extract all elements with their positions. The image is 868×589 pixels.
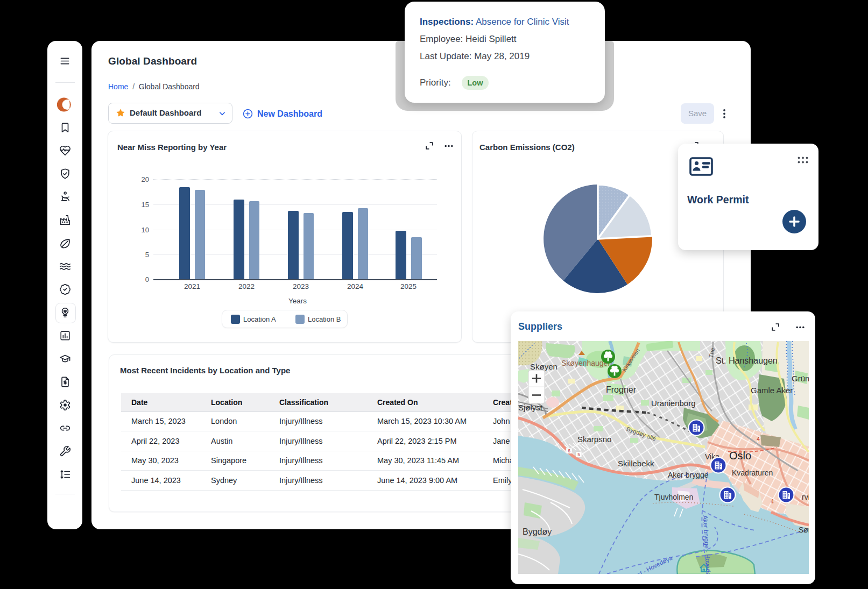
svg-text:Sør: Sør <box>799 526 809 534</box>
svg-text:Tjuvholmen: Tjuvholmen <box>654 493 693 501</box>
svg-text:Grünerløkka: Grünerløkka <box>792 374 809 383</box>
svg-text:Sjølyst: Sjølyst <box>518 403 543 412</box>
svg-text:Oslo: Oslo <box>729 450 751 462</box>
svg-text:Kvadraturen: Kvadraturen <box>732 469 773 477</box>
svg-text:St. Hanshaugen: St. Hanshaugen <box>716 356 778 365</box>
svg-text:Aker brygge: Aker brygge <box>668 471 709 479</box>
svg-text:rvik: rvik <box>802 493 809 501</box>
svg-text:Skarpsno: Skarpsno <box>577 435 611 444</box>
svg-text:Gamle Aker: Gamle Aker <box>751 386 793 395</box>
svg-text:6: 6 <box>568 448 570 453</box>
svg-text:Frogner: Frogner <box>606 385 637 394</box>
svg-text:Uranienborg: Uranienborg <box>651 399 696 408</box>
svg-text:5: 5 <box>577 452 580 457</box>
svg-text:4: 4 <box>757 436 760 442</box>
svg-text:Bygdøy: Bygdøy <box>523 527 552 536</box>
svg-text:Skillebekk: Skillebekk <box>618 459 654 468</box>
svg-text:Skøyen: Skøyen <box>530 362 558 371</box>
svg-text:4: 4 <box>771 499 774 505</box>
